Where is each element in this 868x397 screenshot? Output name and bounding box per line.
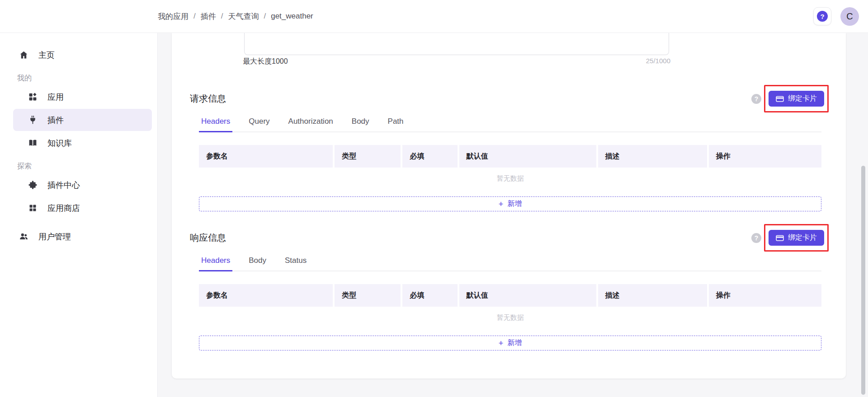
column-param-name: 参数名 [199, 284, 335, 307]
request-add-row-button[interactable]: + 新增 [199, 196, 821, 211]
grid-icon [28, 203, 38, 213]
sidebar-item-label: 应用商店 [47, 203, 80, 214]
tab-authorization[interactable]: Authorization [288, 117, 333, 131]
request-empty-state: 暂无数据 [199, 174, 821, 184]
sidebar-section-explore: 探索 [17, 160, 157, 172]
column-required: 必填 [402, 284, 459, 307]
sidebar-item-label: 知识库 [47, 138, 72, 149]
bind-card-label: 绑定卡片 [788, 94, 817, 103]
help-icon: ? [817, 11, 828, 22]
column-description: 描述 [598, 145, 709, 168]
request-section-title: 请求信息 [190, 93, 226, 105]
request-tabs: Headers Query Authorization Body Path [199, 117, 821, 132]
breadcrumb: 我的应用 / 插件 / 天气查询 / get_weather [158, 11, 313, 22]
breadcrumb-separator: / [221, 12, 223, 21]
request-help-icon[interactable]: ? [751, 94, 761, 104]
column-actions: 操作 [709, 284, 821, 307]
response-empty-state: 暂无数据 [199, 313, 821, 323]
column-type: 类型 [335, 145, 402, 168]
response-params-table-header: 参数名 类型 必填 默认值 描述 操作 [199, 284, 821, 307]
column-description: 描述 [598, 284, 709, 307]
tab-path[interactable]: Path [388, 117, 404, 131]
top-header: 我的应用 / 插件 / 天气查询 / get_weather ? C [0, 0, 868, 33]
user-avatar[interactable]: C [840, 7, 859, 26]
tab-query[interactable]: Query [249, 117, 269, 131]
request-params-table-header: 参数名 类型 必填 默认值 描述 操作 [199, 145, 821, 168]
sidebar-item-label: 主页 [38, 50, 55, 61]
breadcrumb-plugins[interactable]: 插件 [201, 11, 216, 22]
column-default-value: 默认值 [459, 284, 598, 307]
response-section-title: 响应信息 [190, 232, 226, 244]
sidebar-item-label: 插件中心 [47, 180, 80, 191]
apps-icon [28, 92, 38, 102]
column-default-value: 默认值 [459, 145, 598, 168]
tab-body[interactable]: Body [249, 256, 266, 271]
sidebar-item-knowledge-base[interactable]: 知识库 [13, 132, 152, 154]
bind-card-label: 绑定卡片 [788, 233, 817, 243]
add-label: 新增 [507, 199, 522, 209]
description-textarea[interactable] [244, 33, 669, 55]
tab-body[interactable]: Body [352, 117, 369, 131]
response-add-row-button[interactable]: + 新增 [199, 336, 821, 350]
plus-icon: + [499, 200, 504, 208]
char-counter: 25/1000 [646, 57, 670, 65]
sidebar-item-home[interactable]: 主页 [13, 44, 152, 66]
help-button[interactable]: ? [813, 7, 831, 25]
sidebar-section-mine: 我的 [17, 72, 157, 84]
column-type: 类型 [335, 284, 402, 307]
sidebar-item-user-management[interactable]: 用户管理 [13, 225, 152, 248]
add-label: 新增 [507, 338, 522, 348]
breadcrumb-separator: / [264, 12, 266, 21]
column-required: 必填 [402, 145, 459, 168]
sidebar-item-plugins[interactable]: 插件 [13, 109, 152, 131]
breadcrumb-get-weather: get_weather [271, 12, 313, 21]
plus-icon: + [499, 339, 504, 347]
book-icon [28, 138, 38, 148]
breadcrumb-separator: / [193, 12, 196, 21]
puzzle-icon [28, 180, 38, 190]
bind-card-button-request[interactable]: 绑定卡片 [769, 91, 824, 107]
column-actions: 操作 [709, 145, 821, 168]
response-help-icon[interactable]: ? [751, 233, 761, 243]
sidebar-item-label: 用户管理 [38, 231, 71, 242]
sidebar-item-plugin-center[interactable]: 插件中心 [13, 174, 152, 196]
column-param-name: 参数名 [199, 145, 335, 168]
tab-headers[interactable]: Headers [201, 117, 230, 131]
plug-icon [28, 115, 38, 125]
tab-status[interactable]: Status [285, 256, 307, 271]
sidebar-item-label: 插件 [47, 115, 64, 126]
plugin-detail-card: 最大长度1000 25/1000 请求信息 ? 绑定卡片 Headers Que… [172, 33, 846, 378]
response-section-header: 响应信息 ? 绑定卡片 [172, 224, 846, 252]
max-length-hint: 最大长度1000 [243, 57, 288, 66]
main-content: 最大长度1000 25/1000 请求信息 ? 绑定卡片 Headers Que… [158, 33, 868, 397]
annotation-highlight-response: 绑定卡片 [764, 224, 829, 252]
annotation-highlight-request: 绑定卡片 [764, 85, 829, 112]
home-icon [19, 50, 28, 60]
tab-headers[interactable]: Headers [201, 256, 230, 271]
sidebar: 主页 我的 应用 插件 知识库 探索 插件中心 应用商店 [0, 33, 158, 397]
breadcrumb-weather-query[interactable]: 天气查询 [228, 11, 259, 22]
vertical-scrollbar[interactable] [861, 166, 865, 395]
breadcrumb-my-apps[interactable]: 我的应用 [158, 11, 189, 22]
users-icon [19, 232, 28, 241]
bind-card-button-response[interactable]: 绑定卡片 [769, 230, 824, 246]
card-icon [776, 96, 784, 102]
sidebar-item-label: 应用 [47, 92, 64, 103]
sidebar-item-apps[interactable]: 应用 [13, 86, 152, 108]
request-section-header: 请求信息 ? 绑定卡片 [172, 85, 846, 112]
card-icon [776, 235, 784, 241]
response-tabs: Headers Body Status [199, 256, 821, 271]
sidebar-item-app-store[interactable]: 应用商店 [13, 197, 152, 219]
